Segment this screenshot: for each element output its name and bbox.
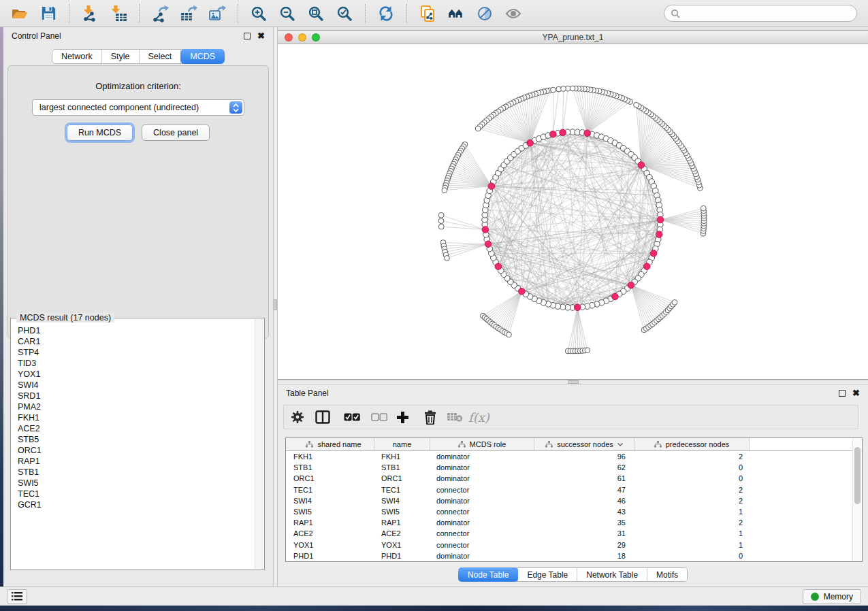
- table-cell[interactable]: PHD1: [286, 552, 374, 560]
- table-scrollbar[interactable]: [852, 439, 861, 561]
- table-cell[interactable]: connector: [430, 541, 534, 549]
- tab-network[interactable]: Network: [52, 50, 102, 63]
- settings-gear-icon[interactable]: [291, 408, 304, 426]
- table-cell[interactable]: ACE2: [286, 529, 374, 538]
- network-window-titlebar[interactable]: YPA_prune.txt_1: [278, 31, 868, 44]
- table-cell[interactable]: 18: [534, 552, 634, 560]
- table-cell[interactable]: SWI5: [286, 508, 374, 516]
- table-row[interactable]: YOX1YOX1connector291: [286, 540, 862, 550]
- import-network-icon[interactable]: [79, 3, 101, 24]
- table-cell[interactable]: 31: [534, 529, 634, 538]
- table-cell[interactable]: PHD1: [374, 552, 430, 560]
- table-cell[interactable]: dominator: [430, 518, 534, 527]
- table-cell[interactable]: ORC1: [374, 474, 430, 482]
- table-cell[interactable]: 2: [634, 486, 750, 494]
- table-cell[interactable]: 2: [634, 518, 750, 527]
- mcds-result-item[interactable]: GCR1: [18, 499, 255, 510]
- mcds-result-item[interactable]: ACE2: [18, 423, 255, 434]
- mcds-result-item[interactable]: STP4: [18, 347, 255, 358]
- table-cell[interactable]: SWI4: [374, 497, 430, 505]
- table-row[interactable]: ORC1ORC1dominator610: [286, 473, 862, 484]
- search-input[interactable]: [684, 9, 850, 18]
- open-file-icon[interactable]: [9, 3, 31, 24]
- tab-node-table[interactable]: Node Table: [458, 567, 519, 582]
- table-cell[interactable]: 1: [634, 508, 750, 516]
- zoom-selected-icon[interactable]: [334, 3, 355, 24]
- table-cell[interactable]: 62: [534, 463, 634, 472]
- table-cell[interactable]: 29: [534, 541, 634, 549]
- table-cell[interactable]: 1: [634, 541, 750, 549]
- table-cell[interactable]: 47: [534, 486, 634, 494]
- table-cell[interactable]: 0: [634, 552, 750, 560]
- table-cell[interactable]: SWI4: [286, 497, 374, 505]
- mcds-result-item[interactable]: TID3: [18, 358, 255, 369]
- column-header-mcds-role[interactable]: MCDS role: [430, 438, 534, 450]
- table-cell[interactable]: 35: [534, 518, 634, 527]
- table-cell[interactable]: RAP1: [374, 518, 430, 527]
- delete-column-icon[interactable]: [423, 408, 437, 426]
- mcds-result-item[interactable]: PHD1: [18, 325, 255, 336]
- splitter-handle[interactable]: [568, 380, 579, 384]
- table-cell[interactable]: 61: [534, 474, 634, 482]
- close-panel-button[interactable]: Close panel: [142, 125, 210, 141]
- column-header-predecessor-nodes[interactable]: predecessor nodes: [634, 438, 750, 450]
- column-header-shared-name[interactable]: shared name: [286, 438, 374, 450]
- mcds-result-item[interactable]: ORC1: [18, 445, 255, 456]
- mcds-list-scrollbar[interactable]: [255, 319, 263, 569]
- table-row[interactable]: RAP1RAP1dominator352: [286, 517, 862, 528]
- table-cell[interactable]: TEC1: [374, 486, 430, 494]
- table-row[interactable]: STB1STB1dominator620: [286, 462, 862, 473]
- float-panel-icon[interactable]: [244, 33, 251, 39]
- table-cell[interactable]: connector: [430, 508, 534, 516]
- table-cell[interactable]: dominator: [430, 497, 534, 505]
- zoom-fit-icon[interactable]: [305, 3, 327, 24]
- float-panel-icon[interactable]: [839, 390, 846, 397]
- task-history-button[interactable]: [7, 589, 27, 604]
- close-window-icon[interactable]: [285, 33, 293, 42]
- export-network-icon[interactable]: [149, 3, 171, 24]
- table-cell[interactable]: dominator: [430, 474, 534, 482]
- memory-button[interactable]: Memory: [803, 589, 861, 604]
- mcds-result-item[interactable]: PMA2: [18, 401, 255, 412]
- tab-style[interactable]: Style: [102, 50, 140, 63]
- table-cell[interactable]: 2: [634, 497, 750, 505]
- network-canvas[interactable]: [278, 44, 867, 379]
- column-header-successor-nodes[interactable]: successor nodes: [534, 438, 634, 450]
- table-cell[interactable]: TEC1: [286, 486, 374, 494]
- mcds-result-item[interactable]: FKH1: [18, 412, 255, 423]
- vertical-splitter[interactable]: [273, 27, 278, 587]
- function-builder-icon[interactable]: f(x): [468, 408, 489, 426]
- mcds-result-item[interactable]: TEC1: [18, 489, 255, 499]
- table-row[interactable]: SWI4SWI4dominator462: [286, 495, 862, 506]
- table-cell[interactable]: dominator: [430, 463, 534, 472]
- close-panel-icon[interactable]: ✖: [257, 33, 265, 39]
- table-cell[interactable]: connector: [430, 486, 534, 494]
- mcds-result-item[interactable]: CAR1: [18, 336, 255, 347]
- tab-mcds[interactable]: MCDS: [180, 49, 225, 64]
- add-column-icon[interactable]: [396, 408, 409, 426]
- table-cell[interactable]: 46: [534, 497, 634, 505]
- table-cell[interactable]: SWI5: [374, 508, 430, 516]
- table-cell[interactable]: 96: [534, 452, 634, 461]
- table-cell[interactable]: 1: [634, 529, 750, 538]
- table-cell[interactable]: 0: [634, 474, 750, 482]
- table-cell[interactable]: STB1: [286, 463, 374, 472]
- table-cell[interactable]: YOX1: [374, 541, 430, 549]
- mcds-result-item[interactable]: SWI5: [18, 478, 255, 489]
- save-session-icon[interactable]: [37, 3, 59, 24]
- horizontal-splitter[interactable]: [278, 380, 868, 384]
- table-cell[interactable]: FKH1: [374, 452, 430, 461]
- import-table-icon[interactable]: [108, 3, 129, 24]
- table-cell[interactable]: 43: [534, 508, 634, 516]
- table-cell[interactable]: ORC1: [286, 474, 374, 482]
- table-cell[interactable]: RAP1: [286, 518, 374, 527]
- run-mcds-button[interactable]: Run MCDS: [67, 125, 133, 141]
- table-row[interactable]: FKH1FKH1dominator962: [286, 451, 862, 462]
- zoom-out-icon[interactable]: [276, 3, 298, 24]
- graphics-details-icon[interactable]: [474, 3, 496, 24]
- refresh-icon[interactable]: [375, 3, 397, 24]
- mcds-result-item[interactable]: STB1: [18, 467, 255, 478]
- search-field[interactable]: [664, 5, 857, 22]
- table-cell[interactable]: 2: [634, 452, 750, 461]
- hide-panels-icon[interactable]: [502, 3, 524, 24]
